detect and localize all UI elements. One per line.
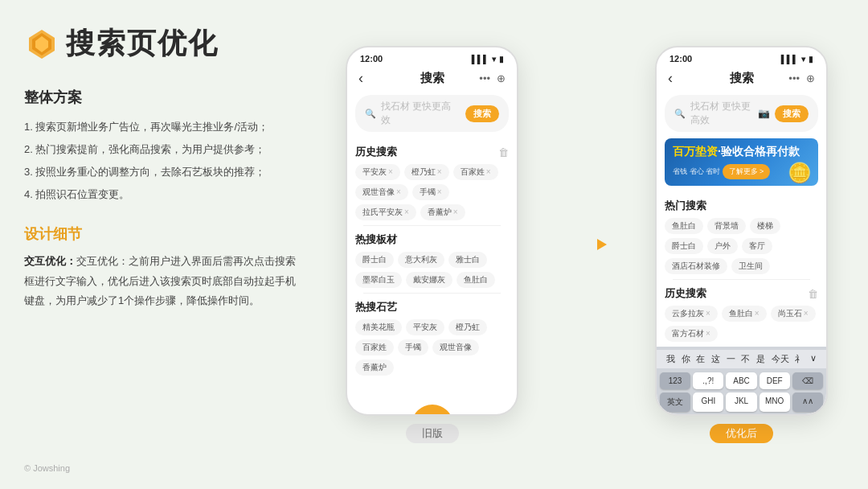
- old-trash-icon[interactable]: 🗑: [498, 146, 509, 158]
- new-tag-hot-6[interactable]: 酒店石材装修: [665, 258, 727, 274]
- new-tag-hist-1[interactable]: 鱼肚白: [722, 306, 767, 322]
- tag-mat-3[interactable]: 墨翠白玉: [355, 272, 402, 288]
- key-def[interactable]: DEF: [760, 372, 790, 389]
- key-ghi[interactable]: GHI: [693, 392, 723, 412]
- new-tag-hist-0[interactable]: 云多拉灰: [665, 306, 718, 322]
- old-search-btn[interactable]: 搜索: [465, 105, 499, 122]
- key-pqrs[interactable]: PQRS: [693, 415, 723, 416]
- tag-mat-2[interactable]: 雅士白: [448, 252, 487, 268]
- old-hot-material-tags: 爵士白 意大利灰 雅士白 墨翠白玉 戴安娜灰 鱼肚白: [355, 252, 509, 288]
- new-hot-row: 热门搜索: [665, 199, 818, 213]
- tag-stone-6[interactable]: 香薰炉: [355, 360, 394, 376]
- tag-history-4[interactable]: 手镯: [412, 184, 449, 200]
- keyboard-area: 我 你 在 这 一 不 是 今天 礻 ∨ 123 .,?! ABC DEF ⌫: [657, 347, 826, 416]
- key-punct[interactable]: .,?!: [693, 372, 723, 389]
- new-nav-right: ••• ⊕: [788, 72, 815, 84]
- svg-marker-8: [597, 239, 607, 250]
- new-tag-hot-5[interactable]: 客厅: [742, 238, 772, 254]
- old-nav-title: 搜索: [420, 71, 444, 86]
- tag-stone-5[interactable]: 观世音像: [432, 339, 479, 355]
- new-history-row: 历史搜索 🗑: [665, 286, 818, 301]
- kb-row-3: 拼音 PQRS TUV WXYZ 回车: [657, 413, 826, 416]
- old-back-btn[interactable]: ‹: [358, 70, 363, 87]
- key-wxyz[interactable]: WXYZ: [760, 415, 790, 416]
- arrow-container: [567, 232, 607, 257]
- old-divider1: [363, 225, 501, 226]
- new-tag-hot-4[interactable]: 户外: [707, 238, 738, 254]
- key-tuv[interactable]: TUV: [726, 415, 756, 416]
- tag-history-2[interactable]: 百家姓: [453, 164, 498, 180]
- old-history-tags: 平安灰 橙乃虹 百家姓 观世音像 手镯 拉氏平安灰 香薰炉: [355, 164, 509, 220]
- old-hot-stone-row: 热搜石艺: [355, 300, 509, 314]
- section1-heading: 整体方案: [24, 88, 297, 107]
- old-hot-material-row: 热搜板材: [355, 232, 509, 247]
- sug-9[interactable]: ∨: [810, 353, 817, 365]
- old-camera-btn[interactable]: [411, 405, 453, 416]
- sug-6[interactable]: 是: [756, 353, 765, 365]
- tag-mat-0[interactable]: 爵士白: [355, 252, 394, 268]
- tag-history-6[interactable]: 香薰炉: [420, 204, 465, 220]
- sug-5[interactable]: 不: [741, 353, 750, 365]
- new-trash-icon[interactable]: 🗑: [808, 288, 818, 300]
- copyright: © Jowshing: [24, 463, 70, 473]
- key-en[interactable]: 英文: [660, 392, 690, 412]
- key-mno[interactable]: MNO: [760, 392, 790, 412]
- key-delete[interactable]: ⌫: [792, 372, 823, 389]
- old-status-icons: ▌▌▌ ▾ ▮: [472, 55, 504, 64]
- old-hot-stone-tags: 精美花瓶 平安灰 橙乃虹 百家姓 手镯 观世音像 香薰炉: [355, 319, 509, 376]
- ad-btn[interactable]: 了解更多 >: [723, 164, 771, 179]
- new-search-bar[interactable]: 🔍 找石材 更快更高效 📷 搜索: [665, 95, 818, 132]
- tag-history-5[interactable]: 拉氏平安灰: [355, 204, 416, 220]
- old-phone-frame: 12:00 ▌▌▌ ▾ ▮ ‹ 搜索 ••• ⊕ 🔍 找石材 更快更高效: [346, 46, 518, 416]
- key-return[interactable]: 回车: [792, 415, 823, 416]
- new-tag-hot-1[interactable]: 背景墙: [707, 218, 746, 234]
- old-hot-stone-label: 热搜石艺: [355, 300, 397, 314]
- tag-history-0[interactable]: 平安灰: [355, 164, 400, 180]
- sug-1[interactable]: 你: [682, 353, 690, 365]
- key-jkl[interactable]: JKL: [726, 392, 756, 412]
- tag-stone-0[interactable]: 精美花瓶: [355, 319, 402, 335]
- key-abc[interactable]: ABC: [726, 372, 756, 389]
- ad-subtitle: 省钱 省心 省时 了解更多 >: [673, 161, 800, 179]
- sug-3[interactable]: 这: [711, 353, 720, 365]
- new-back-btn[interactable]: ‹: [668, 70, 673, 87]
- new-nav-title: 搜索: [730, 71, 754, 86]
- old-nav-right: ••• ⊕: [479, 72, 506, 84]
- tag-mat-1[interactable]: 意大利灰: [398, 252, 444, 268]
- new-search-btn[interactable]: 搜索: [775, 105, 809, 122]
- new-tag-hot-7[interactable]: 卫生间: [731, 258, 770, 274]
- tag-stone-2[interactable]: 橙乃虹: [448, 319, 487, 335]
- sug-7[interactable]: 今天: [772, 353, 789, 365]
- key-pinyin[interactable]: 拼音: [660, 415, 690, 416]
- new-camera-icon[interactable]: 📷: [758, 108, 770, 119]
- sug-0[interactable]: 我: [666, 353, 675, 365]
- section2-content: 交互优化：交互优化：之前用户进入界面后需再次点击搜索框进行文字输入，优化后进入该…: [24, 252, 297, 311]
- key-caps[interactable]: ∧∧: [792, 392, 823, 412]
- tag-history-3[interactable]: 观世音像: [355, 184, 408, 200]
- new-tag-hist-2[interactable]: 尚玉石: [771, 306, 816, 322]
- tag-stone-1[interactable]: 平安灰: [406, 319, 444, 335]
- page-title-area: 搜索页优化: [24, 24, 297, 64]
- key-123[interactable]: 123: [660, 372, 690, 389]
- new-tag-hot-2[interactable]: 楼梯: [750, 218, 780, 234]
- tag-mat-4[interactable]: 戴安娜灰: [406, 272, 452, 288]
- tag-history-1[interactable]: 橙乃虹: [404, 164, 449, 180]
- new-tag-hist-3[interactable]: 富方石材: [665, 326, 718, 342]
- new-tag-hot-0[interactable]: 鱼肚白: [665, 218, 703, 234]
- new-tag-hot-3[interactable]: 爵士白: [665, 238, 703, 254]
- tag-stone-3[interactable]: 百家姓: [355, 339, 394, 355]
- new-status-bar: 12:00 ▌▌▌ ▾ ▮: [657, 47, 826, 67]
- kb-row-2: 英文 GHI JKL MNO ∧∧: [657, 391, 826, 413]
- old-search-bar[interactable]: 🔍 找石材 更快更高效 搜索: [355, 95, 509, 132]
- sug-2[interactable]: 在: [696, 353, 705, 365]
- ad-banner-left: 百万垫资·验收合格再付款 省钱 省心 省时 了解更多 >: [673, 145, 800, 179]
- sug-4[interactable]: 一: [727, 353, 735, 365]
- new-ad-banner[interactable]: 百万垫资·验收合格再付款 省钱 省心 省时 了解更多 > 🪙: [665, 138, 818, 186]
- old-hot-material-label: 热搜板材: [355, 232, 397, 247]
- new-phone-frame: 12:00 ▌▌▌ ▾ ▮ ‹ 搜索 ••• ⊕ 🔍 找石材 更快更高效: [655, 46, 828, 416]
- tag-stone-4[interactable]: 手镯: [398, 339, 428, 355]
- new-search-icon: 🔍: [674, 109, 686, 119]
- sug-8[interactable]: 礻: [795, 353, 804, 365]
- new-divider1: [673, 279, 810, 280]
- tag-mat-5[interactable]: 鱼肚白: [457, 272, 495, 288]
